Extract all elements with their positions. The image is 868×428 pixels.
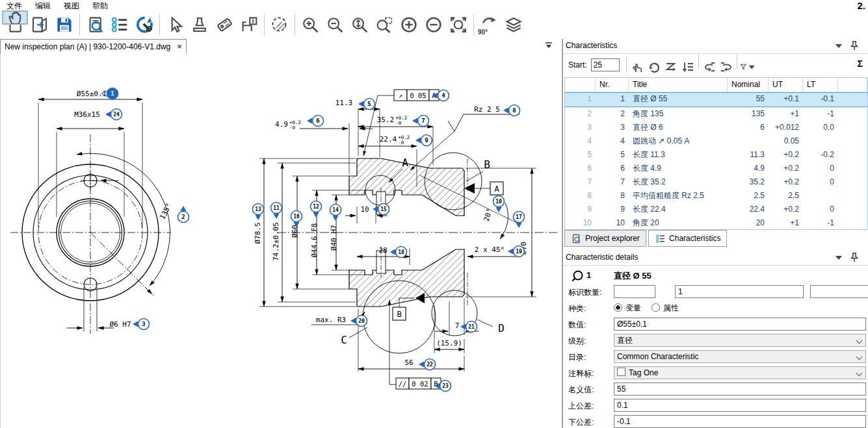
cell-x	[838, 162, 867, 175]
column-header-LT[interactable]: LT	[803, 78, 838, 92]
form-row-8: 上公差:0.1	[563, 398, 868, 414]
table-row[interactable]: 99长度 22.422.4+0.20	[565, 203, 867, 216]
table-row[interactable]: 11直径 Ø 5555+0.1-0.1	[565, 92, 867, 107]
characteristics-list-icon	[655, 233, 666, 244]
cell-nr: 6	[596, 162, 629, 175]
id-quantity-input-1[interactable]	[614, 285, 655, 298]
tab-close-icon[interactable]: ×	[177, 42, 182, 51]
table-row[interactable]: 44圆跳动 ↗ 0.05 A0.05	[565, 134, 867, 148]
tag-tool-button[interactable]	[212, 12, 237, 37]
zoom-out-button[interactable]	[322, 12, 347, 37]
details-pin-icon[interactable]	[850, 252, 859, 264]
field-label: 目录:	[568, 352, 586, 363]
panel-menu-caret-icon[interactable]	[835, 44, 842, 48]
hatch-region-tool-button[interactable]	[267, 12, 292, 37]
table-row[interactable]: 22角度 135135+1-1	[565, 107, 867, 121]
svg-text:-0: -0	[289, 125, 296, 131]
column-header-blank[interactable]	[838, 78, 867, 92]
characteristics-list-button[interactable]	[107, 12, 132, 37]
filter-icon[interactable]	[739, 58, 756, 75]
tag-checkbox[interactable]	[617, 368, 625, 376]
column-header-UT[interactable]: UT	[769, 78, 803, 92]
document-tab[interactable]: New inspection plan (A) | 930-1200-406-V…	[0, 39, 187, 53]
table-row[interactable]: 1010角度 2020+1-1	[565, 216, 867, 230]
find-in-document-button[interactable]	[83, 12, 107, 37]
characteristics-table: Nr.TitleNominalUTLT11直径 Ø 5555+0.1-0.122…	[564, 77, 868, 230]
characteristic-details-title: Characteristic details	[566, 253, 638, 262]
id-quantity-input-3[interactable]	[810, 285, 868, 298]
cell-ut: 2.5	[769, 189, 803, 203]
column-header-Nominal[interactable]: Nominal	[728, 78, 769, 92]
stamp-tool-button[interactable]	[187, 12, 212, 37]
table-row[interactable]: 77长度 35.235.2+0.20	[565, 175, 867, 189]
dock-tab-strip: Project explorer Characteristics	[564, 230, 729, 247]
select-tool-button[interactable]	[163, 12, 187, 37]
toolbar-separator	[737, 55, 737, 69]
field-select[interactable]: Common Characteristic	[614, 350, 866, 363]
table-row[interactable]: 88平均值粗糙度 Rz 2.52.52.5	[565, 189, 867, 203]
cell-lt: 0	[803, 203, 838, 216]
sort-list-icon[interactable]	[679, 58, 696, 75]
sigma-sum-button[interactable]: Σ	[858, 58, 863, 69]
field-input[interactable]: 0.1	[614, 399, 866, 412]
column-header-blank[interactable]	[565, 78, 596, 92]
table-row[interactable]: 55长度 11.311.3+0.2-0.2	[565, 148, 867, 162]
increase-button[interactable]	[397, 12, 421, 37]
table-row[interactable]: 33直径 Ø 66+0.0120.0	[565, 121, 867, 134]
application-window: 文件编辑视图帮助 2. 90° New inspection plan (A) …	[0, 0, 868, 428]
rotate-icon[interactable]	[646, 58, 663, 75]
details-menu-caret-icon[interactable]	[835, 256, 842, 260]
column-header-Title[interactable]: Title	[629, 78, 728, 92]
layers-button[interactable]	[501, 12, 526, 37]
svg-text:21: 21	[468, 324, 475, 330]
column-header-Nr.[interactable]: Nr.	[596, 78, 629, 92]
renumber-forward-icon[interactable]	[718, 58, 735, 75]
field-input[interactable]: 55	[614, 383, 866, 396]
svg-text:D: D	[498, 322, 505, 334]
field-select[interactable]: Tag One	[614, 366, 866, 379]
cell-nominal: 2.5	[728, 189, 769, 203]
decrease-button[interactable]	[421, 12, 446, 37]
cell-x	[838, 203, 867, 216]
form-row-4: 级别:直径	[563, 333, 868, 349]
tab-list-dropdown-icon[interactable]	[545, 42, 553, 51]
svg-text:Ø60: Ø60	[291, 225, 299, 238]
svg-text:24: 24	[113, 112, 120, 118]
zoom-in-button[interactable]	[298, 12, 322, 37]
balloon-tool-button[interactable]	[237, 12, 261, 37]
svg-text:20: 20	[358, 318, 365, 324]
zoom-window-button[interactable]	[372, 12, 397, 37]
balloon-24: 24	[105, 109, 122, 120]
radio-option-1[interactable]: 变量	[614, 303, 641, 314]
table-row[interactable]: 66长度 4.94.9+0.20	[565, 162, 867, 175]
renumber-back-icon[interactable]	[701, 58, 718, 75]
z-path-icon[interactable]	[663, 58, 679, 75]
radio-option-2[interactable]: 属性	[651, 303, 679, 314]
open-inspection-plan-button[interactable]	[27, 12, 52, 37]
tab-project-explorer[interactable]: Project explorer	[564, 230, 646, 247]
settings-button[interactable]	[132, 12, 157, 37]
field-input[interactable]: -0.1	[614, 415, 866, 428]
pointer-hand-icon[interactable]	[629, 58, 646, 75]
svg-text:3: 3	[142, 321, 145, 327]
start-number-input[interactable]	[591, 58, 620, 71]
field-input[interactable]: Ø55±0.1	[614, 318, 866, 331]
svg-text://: //	[399, 380, 407, 388]
rotate-90-button[interactable]: 90°	[477, 12, 501, 37]
cell-ut: +1	[769, 107, 803, 121]
drawing-viewport[interactable]: Ø55±0.1M36x15135°Ø6 H711.34.9+0.2-035.2+…	[0, 53, 562, 428]
pin-icon[interactable]	[850, 40, 859, 53]
field-select[interactable]: 直径	[614, 334, 866, 347]
cell-lt: 0	[803, 162, 838, 175]
pan-tool-button[interactable]	[3, 11, 27, 24]
cell-title: 长度 22.4	[629, 203, 728, 216]
cell-title: 角度 20	[629, 216, 728, 230]
tab-characteristics[interactable]: Characteristics	[648, 230, 727, 247]
id-quantity-input-2[interactable]: 1	[675, 285, 804, 298]
save-button[interactable]	[52, 12, 77, 37]
cell-title: 直径 Ø 55	[629, 93, 728, 107]
zoom-extents-button[interactable]	[446, 12, 471, 37]
zoom-selection-button[interactable]	[347, 12, 372, 37]
field-label: 级别:	[568, 336, 586, 347]
balloon-15: 15	[373, 204, 389, 215]
